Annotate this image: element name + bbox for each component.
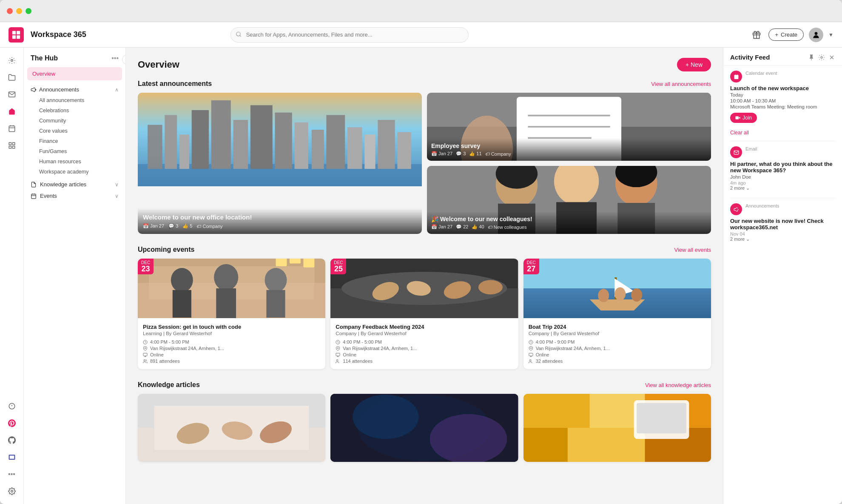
sidebar-sub-human-resources[interactable]: Human resources bbox=[24, 157, 125, 167]
search-input[interactable] bbox=[230, 27, 469, 43]
article-card-1[interactable] bbox=[138, 394, 325, 462]
events-section-title: Upcoming events bbox=[138, 246, 194, 253]
announcement-card-2[interactable]: Employee survey 📅 Jan 27 💬 3 👍 11 🏷 Comp… bbox=[427, 93, 711, 161]
close-icon[interactable] bbox=[828, 54, 835, 61]
calendar-icon bbox=[31, 193, 37, 199]
search-icon bbox=[236, 31, 242, 38]
main-content: Overview + New Latest announcements View… bbox=[126, 48, 723, 504]
nav-icon-folder[interactable] bbox=[4, 70, 20, 85]
nav-icon-mail[interactable] bbox=[4, 87, 20, 102]
svg-point-94 bbox=[598, 289, 609, 302]
article-card-2[interactable] bbox=[330, 394, 518, 462]
sidebar-sub-core-values[interactable]: Core values bbox=[24, 126, 125, 136]
sidebar-sub-fun-games[interactable]: Fun/Games bbox=[24, 146, 125, 157]
sidebar-sub-finance[interactable]: Finance bbox=[24, 136, 125, 146]
svg-rect-29 bbox=[165, 115, 177, 169]
event-card-3[interactable]: DEC 27 Boat Trip 2024 Company | By Gerar… bbox=[523, 259, 711, 369]
settings-icon[interactable] bbox=[818, 54, 825, 61]
event-card-1[interactable]: DEC 23 Pizza Session: get in touch with … bbox=[138, 259, 325, 369]
nav-icon-circle[interactable] bbox=[4, 399, 20, 414]
minimize-window-button[interactable] bbox=[16, 8, 22, 14]
nav-icon-github[interactable] bbox=[4, 433, 20, 448]
event-1-org: Learning | By Gerard Westerhof bbox=[143, 331, 320, 336]
activity-feed-header: Activity Feed bbox=[723, 48, 842, 65]
card3-title: 🎉 Welcome to our new colleagues! bbox=[431, 216, 707, 222]
activity-2-more[interactable]: 2 more ⌄ bbox=[730, 185, 835, 191]
clear-all-button[interactable]: Clear all bbox=[730, 130, 835, 136]
activity-feed-body: Calendar event Launch of the new workspa… bbox=[723, 65, 842, 504]
svg-point-4 bbox=[236, 32, 240, 36]
nav-icon-more[interactable]: ••• bbox=[4, 467, 20, 482]
view-all-events[interactable]: View all events bbox=[674, 247, 711, 253]
svg-point-95 bbox=[614, 287, 626, 300]
icon-bar: ••• bbox=[0, 48, 24, 504]
sidebar-sub-all-announcements[interactable]: All announcements bbox=[24, 95, 125, 105]
join-button[interactable]: Join bbox=[730, 113, 757, 123]
event-card-2[interactable]: DEC 25 Company Feedback Meeting 2024 Com… bbox=[330, 259, 518, 369]
svg-point-89 bbox=[337, 359, 339, 361]
video-icon bbox=[735, 115, 740, 120]
topbar: Workspace 365 + Create ▼ bbox=[0, 22, 842, 48]
svg-point-85 bbox=[337, 347, 339, 349]
svg-rect-67 bbox=[266, 290, 285, 318]
activity-1-time: Today bbox=[730, 92, 835, 97]
new-button[interactable]: + New bbox=[677, 58, 711, 71]
sidebar-knowledge-articles[interactable]: Knowledge articles ∨ bbox=[24, 179, 125, 190]
svg-rect-10 bbox=[9, 126, 15, 132]
latest-announcements-section: Latest announcements View all announceme… bbox=[138, 80, 711, 234]
nav-icon-settings[interactable] bbox=[4, 484, 20, 499]
nav-icon-calendar[interactable] bbox=[4, 121, 20, 136]
gift-button[interactable] bbox=[750, 28, 763, 42]
app-logo bbox=[9, 27, 24, 43]
event-2-attendees: 114 attendees bbox=[336, 359, 513, 364]
activity-3-more[interactable]: 2 more ⌄ bbox=[730, 236, 835, 242]
sidebar-sub-celebrations[interactable]: Celebrations bbox=[24, 105, 125, 116]
svg-rect-14 bbox=[9, 142, 11, 145]
sidebar-sub-community[interactable]: Community bbox=[24, 116, 125, 126]
sidebar-events[interactable]: Events ∨ bbox=[24, 190, 125, 202]
activity-2-time: 4m ago bbox=[730, 180, 835, 185]
activity-2-author: John Doe bbox=[730, 174, 835, 179]
user-avatar[interactable] bbox=[809, 28, 823, 42]
svg-rect-69 bbox=[290, 259, 301, 264]
app-title: Workspace 365 bbox=[31, 30, 86, 39]
svg-rect-99 bbox=[529, 353, 533, 356]
article-card-3[interactable] bbox=[523, 394, 711, 462]
svg-point-72 bbox=[145, 347, 146, 349]
svg-rect-131 bbox=[736, 117, 739, 120]
activity-2-type: Email bbox=[745, 146, 757, 151]
nav-icon-target[interactable] bbox=[4, 53, 20, 68]
email-activity-icon bbox=[730, 146, 742, 158]
svg-rect-31 bbox=[192, 110, 209, 169]
nav-icon-grid[interactable] bbox=[4, 138, 20, 153]
pin-icon[interactable] bbox=[808, 54, 815, 61]
activity-divider-1 bbox=[730, 141, 835, 141]
announcements-chevron: ∧ bbox=[115, 87, 119, 93]
sidebar-sub-workspace-academy[interactable]: Workspace academy bbox=[24, 167, 125, 177]
nav-icon-hub[interactable] bbox=[4, 104, 20, 119]
view-all-announcements[interactable]: View all announcements bbox=[651, 81, 711, 87]
svg-rect-33 bbox=[233, 120, 248, 169]
nav-icon-teams[interactable] bbox=[4, 450, 20, 465]
card2-meta: 📅 Jan 27 💬 3 👍 11 🏷 Company bbox=[431, 151, 707, 157]
close-window-button[interactable] bbox=[7, 8, 13, 14]
announcement-card-3[interactable]: 🎉 Welcome to our new colleagues! 📅 Jan 2… bbox=[427, 166, 711, 234]
create-button[interactable]: + Create bbox=[768, 28, 804, 41]
activity-feed-title: Activity Feed bbox=[730, 54, 770, 61]
announcements-section-title: Latest announcements bbox=[138, 80, 212, 88]
svg-marker-130 bbox=[739, 117, 740, 119]
activity-3-time: Nov 04 bbox=[730, 231, 835, 236]
sidebar-menu-button[interactable]: ••• bbox=[111, 54, 119, 62]
svg-rect-22 bbox=[31, 194, 36, 199]
nav-icon-pinterest[interactable] bbox=[4, 416, 20, 431]
activity-divider-2 bbox=[730, 198, 835, 198]
announcement-main-card[interactable]: Welcome to our new office location! 📅 Ja… bbox=[138, 93, 422, 234]
event-2-online: Online bbox=[336, 352, 513, 357]
view-all-articles[interactable]: View all knowledge articles bbox=[645, 382, 711, 388]
event-1-title: Pizza Session: get in touch with code bbox=[143, 324, 320, 330]
sidebar-overview-item[interactable]: Overview bbox=[27, 67, 122, 80]
user-menu-chevron[interactable]: ▼ bbox=[828, 32, 833, 38]
svg-rect-0 bbox=[12, 31, 16, 34]
sidebar-announcements-header[interactable]: Announcements ∧ bbox=[24, 84, 125, 95]
maximize-window-button[interactable] bbox=[26, 8, 31, 14]
